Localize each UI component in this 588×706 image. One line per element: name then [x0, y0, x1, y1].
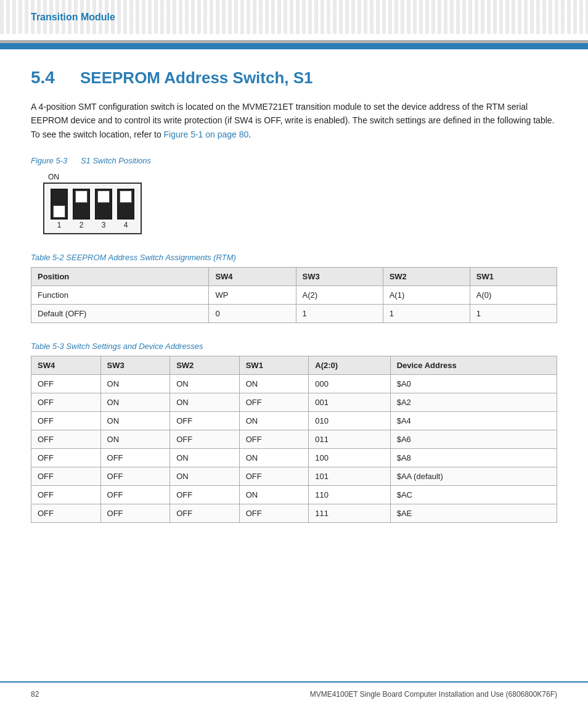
figure-caption-text: S1 Switch Positions [81, 156, 151, 165]
table2-header: SW4 SW3 SW2 SW1 A(2:0) Device Address [31, 356, 557, 375]
table-row: Function WP A(2) A(1) A(0) [31, 286, 557, 305]
table1-function-sw3: A(2) [296, 286, 383, 305]
on-label: ON [43, 173, 557, 181]
table1-header-row: Position SW4 SW3 SW2 SW1 [31, 268, 557, 286]
table1-default-sw2: 1 [383, 305, 470, 323]
table-2: SW4 SW3 SW2 SW1 A(2:0) Device Address OF… [31, 356, 557, 523]
switch-toggle-2 [75, 191, 88, 203]
table-row: OFFONONON000$A0 [31, 375, 557, 393]
table1-header: Position SW4 SW3 SW2 SW1 [31, 268, 557, 286]
section-title: SEEPROM Address Switch, S1 [80, 68, 313, 88]
table-1: Position SW4 SW3 SW2 SW1 Function WP A(2… [31, 267, 557, 323]
header-title-bar: Transition Module [0, 6, 588, 28]
figure-caption: Figure 5-3 S1 Switch Positions [31, 156, 557, 165]
table-row: OFFOFFOFFOFF111$AE [31, 504, 557, 523]
header-title: Transition Module [31, 12, 115, 23]
section-number: 5.4 [31, 68, 68, 88]
table1-col-sw2: SW2 [383, 268, 470, 286]
table1-function-sw2: A(1) [383, 286, 470, 305]
switch-box: 1 2 3 [43, 183, 142, 234]
table2-col-sw1: SW1 [239, 356, 309, 375]
table2-col-device: Device Address [390, 356, 557, 375]
footer-document-title: MVME4100ET Single Board Computer Install… [310, 690, 557, 699]
table1-default-sw4: 0 [209, 305, 296, 323]
body-text: A 4-position SMT configuration switch is… [31, 100, 557, 141]
switch-toggle-1 [53, 205, 65, 218]
table-row: Default (OFF) 0 1 1 1 [31, 305, 557, 323]
page-header: Transition Module [0, 0, 588, 49]
switch-inner: 1 2 3 [51, 189, 134, 229]
table1-col-sw4: SW4 [209, 268, 296, 286]
table2-caption: Table 5-3 Switch Settings and Device Add… [31, 342, 557, 351]
footer-page-number: 82 [31, 690, 39, 699]
figure-num: Figure 5-3 [31, 156, 67, 165]
table2-col-sw4: SW4 [31, 356, 101, 375]
table1-caption: Table 5-2 SEEPROM Address Switch Assignm… [31, 253, 557, 262]
header-blue-bar [0, 43, 588, 49]
page-footer: 82 MVME4100ET Single Board Computer Inst… [0, 681, 588, 706]
figure-link[interactable]: Figure 5-1 on page 80 [164, 129, 249, 139]
table-row: OFFOFFONOFF101$AA (default) [31, 467, 557, 486]
table1-function-label: Function [31, 286, 209, 305]
switch-slot-3 [95, 189, 112, 220]
table1-function-sw1: A(0) [470, 286, 557, 305]
table-row: OFFONOFFON010$A4 [31, 412, 557, 430]
table2-body: OFFONONON000$A0 OFFONONOFF001$A2 OFFONOF… [31, 375, 557, 523]
switch-num-3: 3 [102, 221, 106, 229]
switch-slot-4 [117, 189, 134, 220]
table1-default-sw1: 1 [470, 305, 557, 323]
table2-col-sw2: SW2 [170, 356, 240, 375]
page-content: 5.4 SEEPROM Address Switch, S1 A 4-posit… [0, 49, 588, 560]
table2-col-a20: A(2:0) [309, 356, 390, 375]
switch-item-1: 1 [51, 189, 68, 229]
switch-num-2: 2 [80, 221, 84, 229]
table2-col-sw3: SW3 [100, 356, 170, 375]
switch-toggle-3 [97, 191, 110, 203]
table-row: OFFONOFFOFF011$A6 [31, 430, 557, 449]
table2-header-row: SW4 SW3 SW2 SW1 A(2:0) Device Address [31, 356, 557, 375]
switch-item-3: 3 [95, 189, 112, 229]
table1-body: Function WP A(2) A(1) A(0) Default (OFF)… [31, 286, 557, 323]
switch-num-4: 4 [124, 221, 128, 229]
table-row: OFFOFFOFFON110$AC [31, 486, 557, 504]
switch-item-4: 4 [117, 189, 134, 229]
switch-slot-1 [51, 189, 68, 220]
switch-toggle-4 [120, 191, 132, 203]
table1-default-sw3: 1 [296, 305, 383, 323]
table1-col-sw3: SW3 [296, 268, 383, 286]
table-row: OFFONONOFF001$A2 [31, 393, 557, 412]
switch-slot-2 [73, 189, 90, 220]
table1-default-label: Default (OFF) [31, 305, 209, 323]
table-row: OFFOFFONON100$A8 [31, 449, 557, 467]
switch-num-1: 1 [57, 221, 62, 229]
section-heading: 5.4 SEEPROM Address Switch, S1 [31, 68, 557, 88]
table1-function-sw4: WP [209, 286, 296, 305]
switch-diagram: ON 1 2 [43, 173, 557, 234]
table1-col-sw1: SW1 [470, 268, 557, 286]
switch-item-2: 2 [73, 189, 90, 229]
table1-col-position: Position [31, 268, 209, 286]
